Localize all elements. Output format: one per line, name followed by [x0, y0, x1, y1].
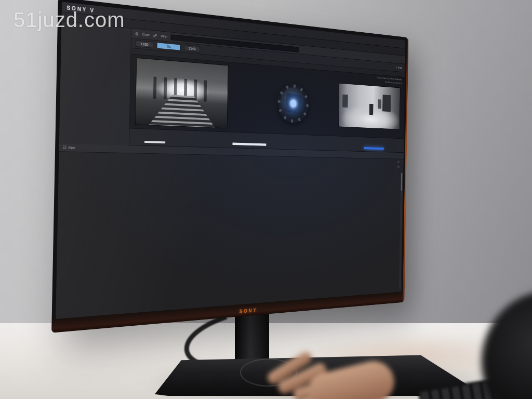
timeline-panel: ☷ Koe	[56, 143, 404, 319]
toolbar-label-2: Vinn	[161, 34, 167, 39]
sidebar	[59, 21, 131, 145]
screen: SONY V ⚙ Coor ☍ Vinn 1930	[56, 2, 405, 319]
scroll-button-up[interactable]	[397, 160, 400, 163]
chip-left-button[interactable]: 1930	[136, 40, 153, 48]
slider-white[interactable]	[232, 142, 266, 145]
preview-status-row-2: Tar Fhaoaua Oma 4	[385, 81, 402, 84]
scroll-button-down[interactable]	[397, 165, 400, 168]
chip-active-button[interactable]: Ds	[157, 42, 181, 50]
video-editor-ui: SONY V ⚙ Coor ☍ Vinn 1930	[56, 2, 405, 319]
chip-right-button[interactable]: 1143	[184, 45, 200, 52]
watermark: 51juzd.com	[14, 8, 125, 32]
chip-end-button[interactable]: + tma	[395, 65, 402, 70]
gear-icon[interactable]: ⚙	[135, 31, 139, 36]
monitor: SONY V ⚙ Coor ☍ Vinn 1930	[51, 0, 408, 333]
timeline-scrollbar[interactable]	[399, 172, 403, 289]
preview-status-row-1: Nava Crea Ub 5 Ana Fhaooro	[377, 76, 402, 81]
level-bar-small	[144, 141, 165, 143]
link-icon[interactable]: ☍	[153, 33, 157, 38]
toolbar-label-1: Coor	[142, 32, 150, 37]
user-hand	[244, 347, 431, 399]
progress-bar-blue	[364, 147, 383, 150]
meter-label: ☷ Koe	[63, 145, 75, 150]
levels-icon: ☷	[63, 145, 66, 150]
scene: SONY V ⚙ Coor ☍ Vinn 1930	[0, 0, 532, 399]
video-preview-gallery	[338, 83, 400, 130]
video-preview-corridor	[135, 58, 229, 128]
